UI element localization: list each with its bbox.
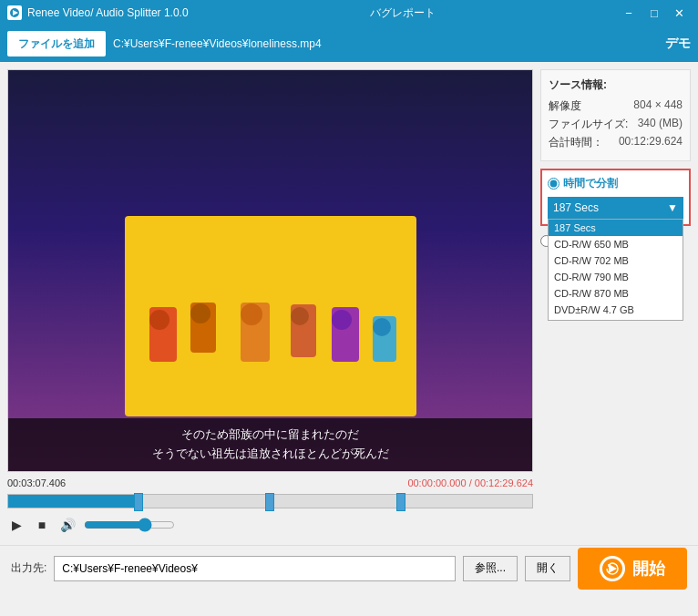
main-content: そのため部族の中に留まれたのだ そうでない祖先は追放されほとんどが死んだ 00:… [0,62,698,545]
dropdown-selected[interactable]: 187 Secs ▼ [548,197,683,219]
seek-bar[interactable] [7,494,533,508]
time-split-label[interactable]: 時間で分割 [563,176,618,191]
resolution-value: 804 × 448 [633,98,683,114]
dropdown-item-2[interactable]: CD-R/W 702 MB [549,252,683,269]
dropdown-list: 187 Secs CD-R/W 650 MB CD-R/W 702 MB CD-… [548,219,683,321]
char-head-1 [149,310,169,330]
start-label: 開始 [632,558,665,580]
minimize-button[interactable]: − [618,4,640,22]
seek-marker-1[interactable] [134,493,143,511]
titlebar-left: Renee Video/ Audio Splitter 1.0.0 [7,5,189,20]
start-icon [600,556,625,581]
bottom-bar: 出力先: 参照... 開く 開始 [0,545,698,590]
add-file-button[interactable]: ファイルを追加 [7,31,106,56]
source-info-panel: ソース情報: 解像度 804 × 448 ファイルサイズ: 340 (MB) 合… [540,69,691,161]
playback-controls: ▶ ■ 🔊 [7,512,533,538]
char-head-4 [291,307,309,325]
subtitle-bar: そのため部族の中に留まれたのだ そうでない祖先は追放されほとんどが死んだ [8,418,532,471]
time-split-radio[interactable] [548,178,559,190]
demo-label: デモ [665,36,691,52]
dropdown-item-0[interactable]: 187 Secs [549,220,683,236]
app-title: Renee Video/ Audio Splitter 1.0.0 [27,6,189,19]
file-path-display: C:¥Users¥F-renee¥Videos¥loneliness.mp4 [113,37,658,50]
seek-marker-2[interactable] [265,493,274,511]
resolution-label: 解像度 [549,98,581,114]
close-button[interactable]: ✕ [669,4,691,22]
resolution-row: 解像度 804 × 448 [549,98,683,114]
seek-marker-3[interactable] [396,493,405,511]
char-head-6 [373,318,391,336]
volume-slider[interactable] [84,518,175,532]
stop-button[interactable]: ■ [33,516,51,534]
subtitle-line-1: そのため部族の中に留まれたのだ [12,426,529,445]
duration-value: 00:12:29.624 [619,135,683,150]
duration-row: 合計時間： 00:12:29.624 [549,135,683,150]
filesize-value: 340 (MB) [638,117,683,132]
dropdown-item-3[interactable]: CD-R/W 790 MB [549,269,683,285]
dropdown-list-wrapper[interactable]: 187 Secs CD-R/W 650 MB CD-R/W 702 MB CD-… [549,220,683,320]
bug-report-link[interactable]: バグレポート [370,5,436,21]
toolbar: ファイルを追加 C:¥Users¥F-renee¥Videos¥loneline… [0,26,698,62]
dropdown-item-1[interactable]: CD-R/W 650 MB [549,236,683,252]
maximize-button[interactable]: □ [643,4,665,22]
volume-icon: 🔊 [58,516,77,534]
output-path-input[interactable] [54,556,456,581]
time-display: 00:03:07.406 00:00:00.000 / 00:12:29.624 [7,476,533,490]
dropdown-arrow-icon: ▼ [667,201,678,214]
play-button[interactable]: ▶ [7,516,26,534]
subtitle-line-2: そうでない祖先は追放されほとんどが死んだ [12,445,529,464]
dropdown-item-5[interactable]: DVD±R/W 4.7 GB [549,302,683,318]
titlebar: Renee Video/ Audio Splitter 1.0.0 バグレポート… [0,0,698,26]
time-dropdown-container: 187 Secs ▼ 187 Secs CD-R/W 650 MB CD-R/W… [548,197,683,219]
output-label: 出力先: [11,560,46,576]
open-button[interactable]: 開く [525,556,570,581]
filesize-row: ファイルサイズ: 340 (MB) [549,117,683,132]
video-panel: そのため部族の中に留まれたのだ そうでない祖先は追放されほとんどが死んだ 00:… [7,69,533,538]
time-split-section: 時間で分割 187 Secs ▼ 187 Secs CD-R/W 650 MB … [540,169,691,226]
filesize-label: ファイルサイズ: [549,117,628,132]
dropdown-selected-text: 187 Secs [553,201,599,214]
current-time: 00:03:07.406 [7,477,66,488]
browse-button[interactable]: 参照... [463,556,518,581]
start-button[interactable]: 開始 [578,548,687,590]
video-container: そのため部族の中に留まれたのだ そうでない祖先は追放されほとんどが死んだ [7,69,533,472]
char-head-2 [190,303,210,323]
source-info-title: ソース情報: [549,77,683,93]
duration-label: 合計時間： [549,135,603,150]
char-head-5 [332,310,352,330]
seek-progress [8,495,139,508]
video-background: そのため部族の中に留まれたのだ そうでない祖先は追放されほとんどが死んだ [8,70,532,471]
window-controls: − □ ✕ [618,4,691,22]
time-split-radio-row: 時間で分割 [548,176,683,191]
position-display: 00:00:00.000 / 00:12:29.624 [407,477,533,488]
dropdown-item-6[interactable]: DVD±R/W DL 8.5 GB [549,318,683,320]
split-options: 時間で分割 187 Secs ▼ 187 Secs CD-R/W 650 MB … [540,169,691,293]
char-head-3 [241,303,262,325]
app-icon [7,5,22,20]
right-panel: ソース情報: 解像度 804 × 448 ファイルサイズ: 340 (MB) 合… [540,69,691,538]
dropdown-item-4[interactable]: CD-R/W 870 MB [549,285,683,302]
